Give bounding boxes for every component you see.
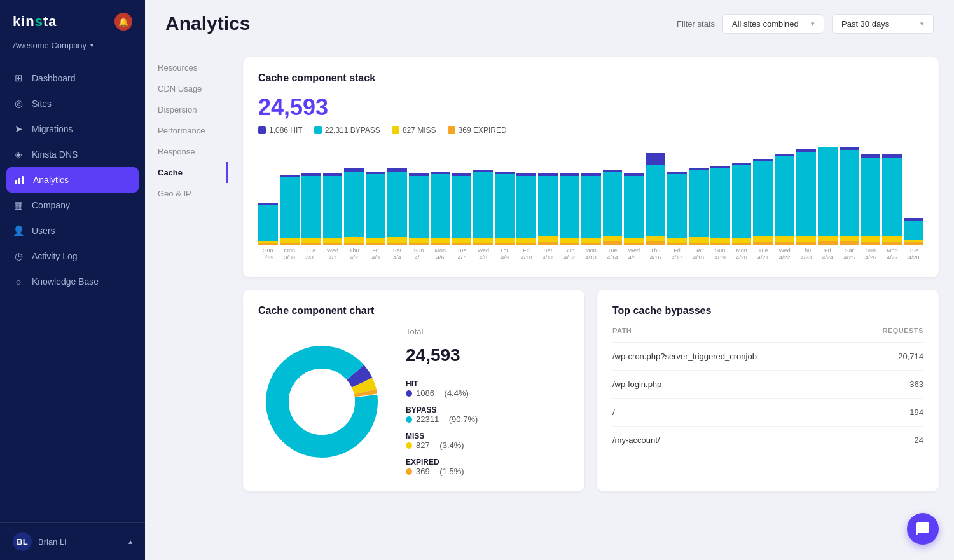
company-selector[interactable]: Awesome Company ▾: [0, 37, 145, 60]
requests-cell: 24: [855, 427, 923, 454]
subnav-dispersion[interactable]: Dispersion: [145, 99, 228, 120]
sidebar-item-company[interactable]: ▦ Company: [0, 193, 145, 218]
main-content: Analytics Filter stats All sites combine…: [145, 0, 954, 560]
miss-segment: [840, 236, 859, 241]
bar-label: Mon 4/13: [585, 247, 597, 262]
knowledge-base-icon: ○: [13, 276, 24, 287]
subnav-cache[interactable]: Cache: [145, 162, 228, 183]
bar-column: Sat 4/4: [387, 147, 407, 262]
bar-label: Sat 4/11: [543, 247, 554, 262]
subnav-performance[interactable]: Performance: [145, 120, 228, 141]
bar-label: Sun 4/5: [413, 247, 424, 262]
cache-donut-card: Cache component chart: [243, 290, 584, 491]
subnav-cdn-usage[interactable]: CDN Usage: [145, 78, 228, 99]
subnav-geo-ip[interactable]: Geo & IP: [145, 183, 228, 204]
bar-column: Mon 3/30: [280, 147, 300, 262]
hit-label: HIT: [406, 379, 478, 388]
bar-column: Thu 4/23: [796, 147, 816, 262]
company-icon: ▦: [13, 200, 24, 211]
expired-segment: [646, 241, 665, 245]
bar-label: Tue 4/21: [757, 247, 769, 262]
bar-label: Wed 4/22: [779, 247, 791, 262]
miss-segment: [323, 238, 343, 243]
expired-segment: [516, 243, 536, 245]
subnav-response[interactable]: Response: [145, 141, 228, 162]
nav-menu: ⊞ Dashboard ◎ Sites ➤ Migrations ◈ Kinst…: [0, 60, 145, 522]
expired-segment: [538, 242, 558, 244]
expired-segment: [904, 242, 923, 244]
bar-column: Wed 4/8: [473, 147, 493, 262]
miss-segment: [473, 238, 493, 243]
bypass-segment: [323, 176, 343, 238]
miss-segment: [431, 238, 450, 243]
sidebar-item-sites[interactable]: ◎ Sites: [0, 91, 145, 116]
expired-segment: [840, 241, 859, 245]
bar-column: Sun 4/26: [861, 147, 881, 262]
table-row: /wp-login.php363: [612, 371, 923, 399]
expired-segment: [409, 243, 429, 245]
bar-column: Tue 4/28: [904, 147, 923, 262]
sidebar-item-dashboard[interactable]: ⊞ Dashboard: [0, 65, 145, 91]
bypass-segment: [366, 174, 385, 238]
bar-column: Mon 4/6: [431, 147, 450, 262]
bar-column: Sun 4/5: [409, 147, 429, 262]
requests-cell: 363: [855, 371, 923, 399]
expired-segment: [344, 243, 364, 245]
bar-column: Sun 4/19: [710, 147, 730, 262]
bar-label: Fri 4/3: [371, 247, 380, 262]
expired-segment: [258, 243, 278, 244]
bypass-segment: [775, 156, 794, 236]
bar-label: Tue 4/28: [908, 247, 920, 262]
bypass-segment: [689, 170, 709, 237]
bar-column: Wed 4/15: [624, 147, 644, 262]
activity-log-icon: ◷: [13, 250, 24, 262]
sites-filter-dropdown[interactable]: All sites combined ▾: [722, 14, 824, 34]
sidebar-item-migrations[interactable]: ➤ Migrations: [0, 116, 145, 142]
path-cell: /my-account/: [612, 427, 855, 454]
svg-rect-0: [15, 180, 17, 184]
bypass-table: PATH REQUESTS /wp-cron.php?server_trigge…: [612, 327, 923, 454]
sidebar-item-activity-log[interactable]: ◷ Activity Log: [0, 243, 145, 269]
bypass-num: 22311: [416, 414, 439, 424]
bar-chart: Sun 3/29Mon 3/30Tue 3/31Wed 4/1Thu 4/2Fr…: [258, 147, 923, 262]
chevron-down-icon: ▾: [811, 20, 815, 28]
expired-segment: [796, 242, 816, 244]
sidebar-item-label: Company: [32, 200, 70, 210]
user-profile[interactable]: BL Brian Li ▴: [0, 522, 145, 560]
bar-column: Sat 4/25: [840, 147, 859, 262]
bar-column: Wed 4/22: [775, 147, 794, 262]
sidebar-item-label: Knowledge Base: [32, 277, 99, 287]
bar-label: Sun 3/29: [263, 247, 274, 262]
page-title: Analytics: [165, 13, 250, 34]
bypass-value: 22311 (90.7%): [406, 414, 478, 424]
miss-pct: (3.4%): [439, 440, 464, 450]
bar-label: Tue 4/14: [607, 247, 618, 262]
sidebar-item-kinsta-dns[interactable]: ◈ Kinsta DNS: [0, 142, 145, 167]
total-label: Total: [406, 327, 478, 336]
bypass-segment: [495, 174, 515, 238]
sidebar-item-knowledge-base[interactable]: ○ Knowledge Base: [0, 269, 145, 294]
donut-wrapper: Total 24,593 HIT 1086 (4.4%): [258, 327, 569, 476]
sidebar-item-analytics[interactable]: Analytics: [6, 167, 139, 193]
sidebar-item-users[interactable]: 👤 Users: [0, 218, 145, 243]
date-filter-dropdown[interactable]: Past 30 days ▾: [832, 14, 934, 34]
bypass-segment: [732, 165, 752, 238]
miss-segment: [560, 238, 579, 243]
bypass-segment: [581, 176, 601, 238]
miss-segment: [409, 238, 429, 243]
bar-column: Sun 4/12: [560, 147, 579, 262]
bar-column: Sat 4/18: [689, 147, 709, 262]
subnav-resources[interactable]: Resources: [145, 57, 228, 78]
top-bypasses-card: Top cache bypasses PATH REQUESTS /wp-cro…: [597, 290, 939, 491]
expired-segment: [431, 243, 450, 245]
miss-segment: [301, 238, 321, 243]
miss-segment: [861, 236, 881, 242]
cache-stack-title: Cache component stack: [258, 72, 923, 84]
bypass-segment: [624, 176, 644, 238]
chat-button[interactable]: [907, 513, 939, 545]
notification-bell-icon[interactable]: 🔔: [114, 13, 132, 31]
chevron-down-icon: ▾: [920, 20, 924, 28]
expired-segment: [818, 241, 838, 245]
svg-point-7: [289, 369, 355, 435]
bar-label: Mon 4/20: [736, 247, 747, 262]
